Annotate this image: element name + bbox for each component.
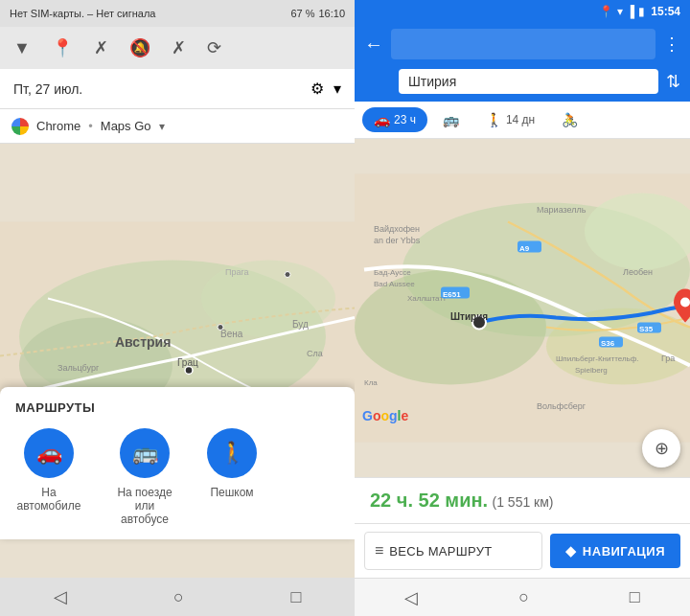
route-options: 🚗 На автомобиле 🚌 На поезде или автобусе… [15, 428, 339, 526]
svg-text:Гра: Гра [661, 354, 675, 363]
bike-tab-icon: 🚴 [562, 112, 578, 127]
svg-text:Грац: Грац [177, 357, 198, 368]
chevron-down-icon[interactable]: ▾ [159, 120, 165, 133]
settings-icon[interactable]: ⚙ [310, 80, 324, 98]
transport-tabs: 🚗 23 ч 🚌 🚶 14 дн 🚴 [355, 102, 690, 139]
back-nav-right[interactable]: ◁ [389, 583, 433, 612]
car-icon-circle: 🚗 [24, 428, 74, 478]
home-nav-left[interactable]: ○ [158, 583, 199, 611]
expand-icon[interactable]: ▾ [334, 80, 341, 98]
status-bar-left: Нет SIM-карты. – Нет сигнала 67 % 16:10 [0, 0, 355, 27]
navigate-button[interactable]: ◆ НАВИГАЦИЯ [550, 534, 680, 568]
date-row: Пт, 27 июл. ⚙ ▾ [0, 69, 355, 109]
svg-point-15 [218, 325, 223, 331]
time-left: 16:10 [318, 8, 345, 19]
svg-text:Bad Aussee: Bad Aussee [374, 280, 415, 288]
status-text-left: Нет SIM-карты. – Нет сигнала [10, 8, 155, 19]
transit-icon: 🚌 [132, 441, 158, 466]
swap-icon[interactable]: ⇅ [666, 71, 680, 92]
car-icon: 🚗 [36, 441, 62, 466]
route-option-transit[interactable]: 🚌 На поезде или автобусе [111, 428, 178, 526]
walk-icon-circle: 🚶 [207, 428, 257, 478]
route-label-transit: На поезде или автобусе [111, 486, 178, 526]
car-tab-label: 23 ч [394, 113, 416, 126]
date-text: Пт, 27 июл. [13, 81, 82, 97]
duration-distance: (1 551 км) [493, 494, 554, 510]
map-area-left: Австрия Словения Венеция Мюнхен Зальцбур… [0, 144, 355, 578]
routes-title: МАРШРУТЫ [15, 400, 339, 415]
back-nav-left[interactable]: ◁ [38, 582, 82, 611]
svg-text:Леобен: Леобен [623, 267, 653, 277]
more-options-icon[interactable]: ⋮ [663, 34, 680, 55]
location-fab[interactable]: ⊕ [642, 429, 680, 468]
search-input[interactable] [391, 29, 656, 59]
route-label-walk: Пешком [210, 486, 253, 499]
map-area-right: Штирия Вайдхофен an der Ybbs Мариазелль … [355, 139, 690, 477]
status-icons-right: 📍 ▾ ▐ ▮ [599, 5, 646, 18]
transit-icon-circle: 🚌 [120, 428, 170, 478]
status-right-left: 67 % 16:10 [290, 8, 345, 19]
walk-tab-label: 14 дн [506, 113, 535, 126]
status-time-right: 15:54 [651, 5, 680, 18]
signal-status-icon: ▐ [627, 5, 635, 18]
svg-text:Кла: Кла [364, 378, 378, 387]
chrome-bar[interactable]: Chrome • Maps Go ▾ [0, 109, 355, 144]
nav-bar-right: ◁ ○ □ [355, 578, 690, 616]
svg-point-27 [680, 298, 690, 308]
nfc-off-icon: ✗ [172, 37, 186, 58]
recent-nav-left[interactable]: □ [275, 583, 316, 611]
svg-text:Вайдхофен: Вайдхофен [374, 224, 420, 234]
bottom-actions: ≡ ВЕСЬ МАРШРУТ ◆ НАВИГАЦИЯ [355, 523, 690, 578]
tab-car[interactable]: 🚗 23 ч [362, 107, 427, 132]
tab-bike[interactable]: 🚴 [550, 107, 589, 132]
car-tab-icon: 🚗 [374, 112, 390, 127]
route-option-car[interactable]: 🚗 На автомобиле [15, 428, 82, 513]
route-option-walk[interactable]: 🚶 Пешком [207, 428, 257, 499]
destination-text[interactable]: Штирия [399, 69, 658, 94]
tab-walk[interactable]: 🚶 14 дн [474, 107, 546, 132]
home-nav-right[interactable]: ○ [503, 583, 544, 611]
svg-text:Spielberg: Spielberg [575, 366, 608, 375]
maps-go-label: Maps Go [101, 119, 151, 133]
svg-text:Бад-Ауссе: Бад-Ауссе [374, 268, 411, 277]
svg-text:Прага: Прага [225, 267, 249, 277]
walk-icon: 🚶 [219, 441, 245, 466]
svg-text:Зальцбург: Зальцбург [58, 363, 100, 373]
nav-bar-left: ◁ ○ □ [0, 578, 355, 616]
back-button[interactable]: ← [364, 34, 383, 56]
battery-percent-left: 67 % [290, 8, 314, 19]
google-g-icon: G [362, 408, 373, 423]
route-list-button[interactable]: ≡ ВЕСЬ МАРШРУТ [364, 532, 542, 570]
location-icon: 📍 [52, 37, 73, 58]
google-logo: Google [362, 408, 408, 423]
svg-text:an der Ybbs: an der Ybbs [374, 236, 421, 245]
svg-text:Сла: Сла [307, 349, 323, 358]
wifi-status-icon: ▾ [617, 5, 623, 18]
svg-text:S35: S35 [639, 325, 654, 333]
tab-transit[interactable]: 🚌 [431, 107, 471, 132]
search-header: ← ⋮ [355, 23, 690, 65]
svg-text:E651: E651 [443, 290, 461, 299]
recent-nav-right[interactable]: □ [614, 583, 656, 611]
dnd-icon: 🔕 [129, 37, 150, 58]
chrome-label: Chrome [36, 119, 80, 133]
date-actions: ⚙ ▾ [310, 80, 341, 98]
walk-tab-icon: 🚶 [486, 112, 502, 127]
battery-status-icon: ▮ [638, 5, 645, 18]
route-list-label: ВЕСЬ МАРШРУТ [389, 544, 492, 559]
svg-text:Вена: Вена [220, 329, 243, 339]
navigation-icon: ◆ [565, 543, 577, 559]
chrome-separator: • [88, 119, 93, 133]
routes-card: МАРШРУТЫ 🚗 На автомобиле 🚌 На поезде или… [0, 387, 355, 539]
svg-text:Мариазелль: Мариазелль [537, 205, 586, 215]
svg-text:Австрия: Австрия [115, 334, 171, 350]
svg-text:S36: S36 [601, 339, 615, 348]
location-status-icon: 📍 [599, 5, 613, 18]
destination-row: Штирия ⇅ [355, 65, 690, 102]
duration-time: 22 ч. 52 мин. [370, 490, 488, 511]
icons-row-left: ▼ 📍 ✗ 🔕 ✗ ⟳ [0, 27, 355, 69]
right-panel: 📍 ▾ ▐ ▮ 15:54 ← ⋮ Штирия ⇅ 🚗 23 ч 🚌 🚶 14… [355, 0, 690, 616]
route-label-car: На автомобиле [15, 486, 82, 513]
list-icon: ≡ [375, 542, 383, 559]
svg-point-16 [285, 272, 290, 278]
